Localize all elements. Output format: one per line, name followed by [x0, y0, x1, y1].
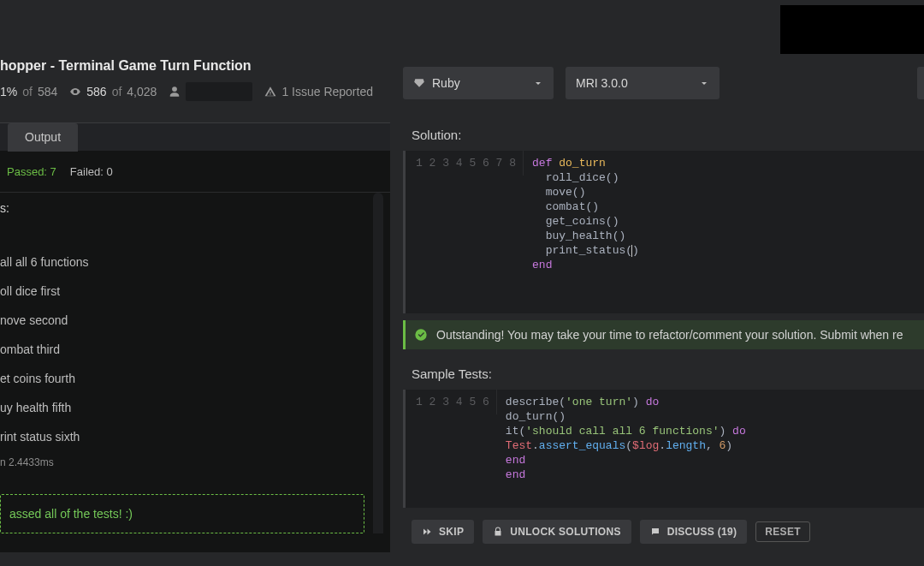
of-word-2: of	[112, 85, 122, 98]
check-line: uy health fifth	[0, 393, 390, 422]
comment-icon	[650, 527, 660, 537]
failed-count: Failed: 0	[70, 165, 113, 178]
check-line: ombat third	[0, 335, 390, 364]
pass-box: assed all of the tests! :)	[0, 494, 364, 533]
version-select[interactable]: MRI 3.0.0	[566, 67, 720, 99]
scrollbar[interactable]	[373, 193, 383, 533]
author-stat	[169, 82, 252, 101]
results-area: s: all all 6 functionsoll dice firstnove…	[0, 193, 390, 533]
progress-pct: 1%	[0, 85, 17, 98]
ruby-icon	[413, 77, 425, 89]
progress-total: 584	[38, 85, 57, 98]
reset-button[interactable]: RESET	[755, 521, 810, 542]
version-label: MRI 3.0.0	[576, 76, 628, 90]
test-status-bar: Passed: 7 Failed: 0	[0, 152, 390, 193]
user-icon	[169, 86, 181, 98]
discuss-label: DISCUSS (19)	[667, 526, 737, 538]
check-line: nove second	[0, 306, 390, 335]
output-panel: Output Passed: 7 Failed: 0 s: all all 6 …	[0, 122, 390, 552]
unlock-label: UNLOCK SOLUTIONS	[510, 526, 620, 538]
honor-stat: 586 of 4,028	[69, 85, 157, 98]
of-word-1: of	[22, 85, 33, 98]
right-column: Solution: 1 2 3 4 5 6 7 8 def do_turn ro…	[403, 122, 924, 544]
solution-label: Solution:	[403, 122, 924, 151]
issue-stat[interactable]: 1 Issue Reported	[264, 85, 373, 98]
issue-text: 1 Issue Reported	[281, 85, 373, 98]
unlock-button[interactable]: UNLOCK SOLUTIONS	[483, 520, 631, 544]
output-tab[interactable]: Output	[8, 123, 78, 152]
warning-icon	[264, 86, 276, 98]
top-ad-box	[780, 5, 924, 54]
discuss-button[interactable]: DISCUSS (19)	[640, 520, 748, 544]
language-select[interactable]: Ruby	[403, 67, 554, 99]
check-line: rint status sixth	[0, 422, 390, 451]
skip-label: SKIP	[439, 526, 464, 538]
chevron-down-icon	[699, 78, 709, 88]
chevron-down-icon	[533, 78, 543, 88]
check-line: all all 6 functions	[0, 247, 390, 277]
reset-label: RESET	[765, 526, 801, 538]
language-label: Ruby	[432, 76, 460, 90]
language-selectors: Ruby MRI 3.0.0	[403, 67, 720, 99]
extra-pill-edge[interactable]	[917, 67, 924, 99]
output-tabs: Output	[0, 123, 390, 152]
solution-editor[interactable]: 1 2 3 4 5 6 7 8 def do_turn roll_dice() …	[403, 151, 924, 313]
passed-count: Passed: 7	[7, 165, 56, 178]
check-line: et coins fourth	[0, 364, 390, 393]
skip-button[interactable]: SKIP	[412, 520, 474, 544]
check-line: oll dice first	[0, 277, 390, 306]
success-text: Outstanding! You may take your time to r…	[436, 328, 903, 342]
check-circle-icon	[414, 328, 428, 342]
honor-value: 586	[86, 85, 106, 98]
results-heading: s:	[0, 193, 390, 218]
success-banner: Outstanding! You may take your time to r…	[403, 320, 924, 349]
author-chip[interactable]	[186, 82, 252, 101]
time-line: n 2.4433ms	[0, 451, 390, 468]
action-bar: SKIP UNLOCK SOLUTIONS DISCUSS (19) RESET	[403, 508, 924, 544]
skip-icon	[422, 527, 432, 537]
progress-stat: 1% of 584	[0, 85, 57, 98]
eye-icon	[69, 86, 81, 98]
lock-icon	[493, 527, 503, 537]
honor-total: 4,028	[127, 85, 157, 98]
tests-label: Sample Tests:	[403, 361, 924, 390]
tests-editor[interactable]: 1 2 3 4 5 6 describe('one turn') do do_t…	[403, 390, 924, 508]
